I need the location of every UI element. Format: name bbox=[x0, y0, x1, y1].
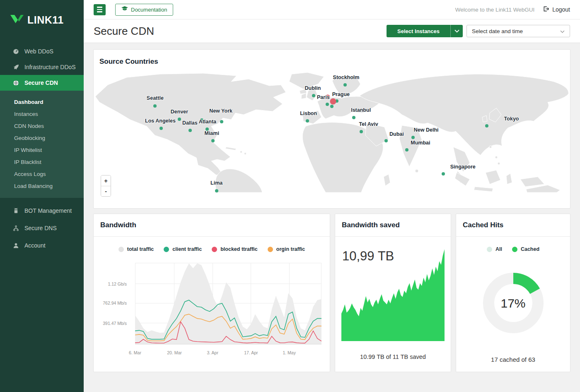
legend-label: blocked ttraffic bbox=[220, 246, 258, 252]
chevron-down-icon bbox=[560, 28, 565, 34]
map-marker-tokyo bbox=[485, 124, 488, 127]
cached-hits-caption: 17 cached of 63 bbox=[456, 356, 570, 363]
world-map-svg bbox=[94, 72, 570, 192]
map-city-label: Denver bbox=[171, 109, 188, 115]
map-city-label: Dallas bbox=[182, 120, 198, 126]
map-marker-new-york bbox=[220, 120, 223, 123]
bandwidth-x-tick: 3. Apr bbox=[207, 350, 218, 355]
map-city-label: Istanbul bbox=[351, 107, 371, 113]
map-city-label: Mumbai bbox=[411, 140, 430, 146]
sidebar-main-nav: Web DDoSInfrastructure DDoSSecure CDN bbox=[0, 43, 84, 91]
map-city-label: Stockholm bbox=[333, 75, 360, 80]
map-marker-singapore bbox=[442, 172, 445, 176]
cached-hits-legend: AllCached bbox=[456, 246, 570, 252]
map-marker-new-delhi bbox=[411, 136, 415, 139]
graduation-cap-icon bbox=[121, 6, 128, 13]
sidebar-subitem-ip-whitelist[interactable]: IP Whitelist bbox=[0, 144, 84, 156]
chevron-down-icon[interactable] bbox=[450, 25, 463, 37]
sidebar-subitem-dashboard[interactable]: Dashboard bbox=[0, 96, 84, 108]
app-window: LINK11 Web DDoSInfrastructure DDoSSecure… bbox=[0, 0, 580, 392]
map-marker-dubai bbox=[384, 139, 388, 142]
topbar-right: Welcome to the Link11 WebGUI Logout bbox=[455, 6, 570, 13]
sidebar-item-secure-cdn[interactable]: Secure CDN bbox=[0, 75, 84, 91]
sidebar-item-infrastructure-ddos[interactable]: Infrastructure DDoS bbox=[0, 59, 84, 75]
map-marker-paris bbox=[326, 103, 329, 106]
legend-item-blocked-ttraffic[interactable]: blocked ttraffic bbox=[212, 246, 258, 252]
legend-item-cached[interactable]: Cached bbox=[512, 246, 539, 252]
map-city-label: Paris bbox=[317, 94, 330, 100]
legend-label: orgin traffic bbox=[276, 246, 305, 252]
sidebar-item-label: Web DDoS bbox=[24, 48, 53, 55]
sidebar-subitem-load-balancing[interactable]: Load Balancing bbox=[0, 180, 84, 192]
legend-item-total-traffic[interactable]: total traffic bbox=[118, 246, 154, 252]
world-map: + - SeattleDenverNew YorkLos AngelesDall… bbox=[94, 72, 570, 192]
map-zoom-out-button[interactable]: - bbox=[101, 186, 111, 196]
sidebar-subitem-ip-blacklist[interactable]: IP Blacklist bbox=[0, 156, 84, 168]
menu-toggle-button[interactable] bbox=[94, 4, 106, 15]
logout-button[interactable]: Logout bbox=[543, 6, 570, 13]
sidebar-item-label: Account bbox=[24, 242, 46, 249]
map-zoom-in-button[interactable]: + bbox=[101, 176, 111, 186]
map-marker-tel-aviv bbox=[360, 130, 363, 133]
bandwidth-chart bbox=[135, 263, 321, 344]
sidebar-item-label: Secure DNS bbox=[24, 225, 57, 231]
sidebar-item-label: Secure CDN bbox=[24, 79, 58, 86]
sidebar-item-web-ddos[interactable]: Web DDoS bbox=[0, 43, 84, 59]
bandwidth-y-tick: 1.12 Gb/s bbox=[95, 281, 127, 286]
sidebar-item-secure-dns[interactable]: Secure DNS bbox=[0, 219, 84, 237]
legend-label: client traffic bbox=[172, 246, 202, 252]
map-zoom-control: + - bbox=[101, 175, 111, 197]
map-marker-red bbox=[330, 98, 336, 104]
cached-hits-title: Cached Hits bbox=[456, 214, 570, 237]
map-marker-miami bbox=[211, 139, 215, 142]
page-header: Secure CDN Select Instances Select date … bbox=[84, 19, 580, 43]
documentation-button[interactable]: Documentation bbox=[115, 4, 173, 16]
sidebar-item-account[interactable]: Account bbox=[0, 237, 84, 254]
user-icon bbox=[12, 242, 19, 249]
map-city-label: New York bbox=[209, 108, 232, 114]
sidebar-item-bot-management[interactable]: BOT Management bbox=[0, 202, 84, 219]
legend-dot bbox=[212, 247, 217, 252]
globe-icon bbox=[12, 79, 19, 86]
bandwidth-y-tick: 762.94 Mb/s bbox=[95, 301, 127, 305]
map-marker bbox=[330, 105, 334, 108]
legend-dot bbox=[118, 247, 124, 252]
sidebar-item-label: BOT Management bbox=[24, 207, 72, 214]
sidebar-subitem-instances[interactable]: Instances bbox=[0, 108, 84, 120]
map-marker-mumbai bbox=[405, 148, 408, 152]
page-title: Secure CDN bbox=[94, 25, 154, 38]
logout-label: Logout bbox=[552, 6, 570, 13]
bandwidth-card-title: Bandwidth bbox=[94, 214, 330, 237]
sidebar-subitem-access-logs[interactable]: Access Logs bbox=[0, 168, 84, 180]
sidebar-subitem-cdn-nodes[interactable]: CDN Nodes bbox=[0, 120, 84, 132]
map-city-label: Lima bbox=[210, 180, 222, 186]
map-marker-dallas bbox=[188, 129, 192, 132]
legend-item-client-traffic[interactable]: client traffic bbox=[164, 246, 202, 252]
sidebar-subitem-geoblocking[interactable]: Geoblocking bbox=[0, 132, 84, 144]
map-marker-dublin bbox=[312, 94, 315, 97]
sitemap-icon bbox=[12, 225, 19, 231]
charts-row: Bandwidth total trafficclient trafficblo… bbox=[93, 214, 570, 372]
map-city-label: Prague bbox=[332, 91, 350, 97]
map-city-label: Dublin bbox=[305, 85, 321, 91]
legend-label: Cached bbox=[521, 246, 539, 252]
welcome-text: Welcome to the Link11 WebGUI bbox=[455, 7, 534, 13]
sidebar-item-label: Infrastructure DDoS bbox=[24, 64, 76, 70]
bandwidth-legend: total trafficclient trafficblocked ttraf… bbox=[94, 246, 330, 252]
map-city-label: Seattle bbox=[147, 95, 164, 101]
link11-logo[interactable]: LINK11 bbox=[0, 0, 84, 38]
select-instances-button[interactable]: Select Instances bbox=[387, 25, 463, 37]
cached-hits-card: Cached Hits AllCached 17% 17 cached of 6… bbox=[456, 214, 570, 372]
main-area: Documentation Welcome to the Link11 WebG… bbox=[84, 0, 580, 392]
date-time-select[interactable]: Select date and time bbox=[466, 25, 570, 37]
map-city-label: Tel Aviv bbox=[359, 121, 378, 127]
map-marker-stockholm bbox=[343, 83, 347, 87]
map-city-label: Dubai bbox=[389, 131, 404, 137]
legend-item-orgin-traffic[interactable]: orgin traffic bbox=[268, 246, 305, 252]
bandwidth-x-tick: 1. May bbox=[283, 350, 296, 355]
source-countries-title: Source Countries bbox=[94, 50, 570, 68]
dashboard-content: Source Countries bbox=[84, 43, 580, 392]
documentation-label: Documentation bbox=[131, 7, 167, 13]
legend-item-all[interactable]: All bbox=[487, 246, 502, 252]
map-marker-lisbon bbox=[306, 119, 309, 123]
